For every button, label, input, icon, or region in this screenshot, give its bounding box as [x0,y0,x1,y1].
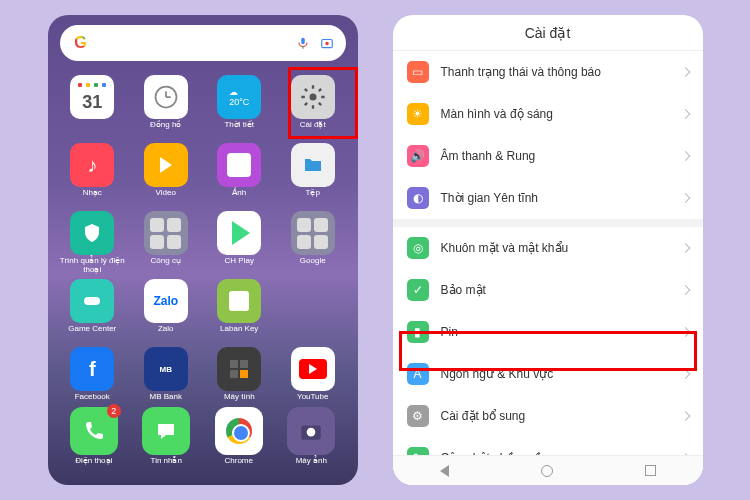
lens-icon[interactable] [320,36,334,50]
i-weather-icon: ☁20°C [217,75,261,119]
app-Ảnh[interactable]: Ảnh [203,143,277,207]
app-Máy tính[interactable]: Máy tính [203,347,277,411]
app-Thời tiết[interactable]: ☁20°CThời tiết [203,75,277,139]
chrome-icon [215,407,263,455]
recent-button[interactable] [636,462,666,480]
settings-item[interactable]: ◎Khuôn mặt và mật khẩu [393,227,703,269]
settings-item-icon: ▭ [407,61,429,83]
settings-title: Cài đặt [393,15,703,51]
i-clock-icon [144,75,188,119]
app-Zalo[interactable]: ZaloZalo [129,279,203,343]
i-mb-icon: MB [144,347,188,391]
app-label: Zalo [158,325,174,343]
i-play-icon [217,211,261,255]
i-video-icon [144,143,188,187]
app-label: Đồng hồ [150,121,181,139]
badge: 2 [107,404,121,418]
settings-item[interactable]: ✓Bảo mật [393,269,703,311]
highlight-settings-app [288,67,358,139]
dock-chrome-icon[interactable]: Chrome [215,407,263,475]
i-laban-icon [217,279,261,323]
app-label: Nhạc [83,189,102,207]
app-YouTube[interactable]: YouTube [276,347,350,411]
app-Công cụ[interactable]: Công cụ [129,211,203,275]
i-music-icon: ♪ [70,143,114,187]
i-file-icon [291,143,335,187]
app-label: Trình quản lý điện thoại [56,257,130,275]
back-button[interactable] [429,462,459,480]
app-label: CH Play [225,257,254,275]
settings-item-icon: ✓ [407,279,429,301]
settings-item-icon: ◎ [407,237,429,259]
app-Nhạc[interactable]: ♪Nhạc [56,143,130,207]
i-zalo-icon: Zalo [144,279,188,323]
app-Game Center[interactable]: Game Center [56,279,130,343]
phone-icon: 2 [70,407,118,455]
settings-item-label: Âm thanh & Rung [441,149,536,163]
app-label: Google [300,257,326,275]
settings-item-label: Bảo mật [441,283,486,297]
svg-rect-8 [84,297,100,305]
settings-item-label: Thời gian Yên tĩnh [441,191,539,205]
svg-point-3 [325,42,329,46]
settings-item[interactable]: ▭Thanh trạng thái và thông báo [393,51,703,93]
app-Video[interactable]: Video [129,143,203,207]
nav-bar [393,455,703,485]
app-Google[interactable]: Google [276,211,350,275]
settings-list: ▭Thanh trạng thái và thông báo☀Màn hình … [393,51,703,485]
dock-label: Chrome [225,457,253,475]
dock-camera-icon[interactable]: Máy ảnh [287,407,335,475]
settings-item-icon: ☀ [407,103,429,125]
dock-message-icon[interactable]: Tin nhắn [142,407,190,475]
app-label: Video [156,189,176,207]
app-label: Laban Key [220,325,258,343]
app-Tệp[interactable]: Tệp [276,143,350,207]
app-Đồng hồ[interactable]: Đồng hồ [129,75,203,139]
i-yt-icon [291,347,335,391]
settings-item-label: Thanh trạng thái và thông báo [441,65,601,79]
app-label: Ảnh [232,189,246,207]
app-Laban Key[interactable]: Laban Key [203,279,277,343]
settings-item-label: Cài đặt bổ sung [441,409,526,423]
i-calc-icon [217,347,261,391]
app-label: Tệp [306,189,320,207]
dock: 2Điện thoạiTin nhắnChromeMáy ảnh [48,407,358,475]
i-gc-icon [70,279,114,323]
settings-item[interactable]: ⚙Cài đặt bổ sung [393,395,703,437]
settings-item[interactable]: 🔊Âm thanh & Rung [393,135,703,177]
svg-point-10 [307,428,316,437]
settings-item-label: Khuôn mặt và mật khẩu [441,241,569,255]
settings-item[interactable]: ◐Thời gian Yên tĩnh [393,177,703,219]
settings-item-icon: ⚙ [407,405,429,427]
dock-label: Điện thoại [75,457,112,475]
phone-home-screen: G 31Đồng hồ☁20°CThời tiếtCài đặt♪NhạcVid… [48,15,358,485]
app-slot-0[interactable]: 31 [56,75,130,139]
settings-item[interactable]: ☀Màn hình và độ sáng [393,93,703,135]
app-CH Play[interactable]: CH Play [203,211,277,275]
app-MB Bank[interactable]: MBMB Bank [129,347,203,411]
svg-rect-0 [301,38,305,44]
home-button[interactable] [532,462,562,480]
i-shield-icon [70,211,114,255]
i-photo-icon [217,143,261,187]
app-label: Thời tiết [224,121,254,139]
phone-settings-screen: Cài đặt ▭Thanh trạng thái và thông báo☀M… [393,15,703,485]
mic-icon[interactable] [296,36,310,50]
settings-item-label: Màn hình và độ sáng [441,107,553,121]
camera-icon [287,407,335,455]
highlight-additional-settings [399,331,697,371]
i-cal-icon: 31 [70,75,114,119]
dock-label: Máy ảnh [296,457,327,475]
i-tools-icon [144,211,188,255]
app-Facebook[interactable]: fFacebook [56,347,130,411]
dock-phone-icon[interactable]: 2Điện thoại [70,407,118,475]
app-label: Công cụ [151,257,181,275]
app-slot-15 [276,279,350,343]
i-google-icon [291,211,335,255]
i-fb-icon: f [70,347,114,391]
google-logo-icon: G [72,34,90,52]
google-search-bar[interactable]: G [60,25,346,61]
app-Trình quản lý điện thoại[interactable]: Trình quản lý điện thoại [56,211,130,275]
app-label: Game Center [68,325,116,343]
dock-label: Tin nhắn [151,457,182,475]
